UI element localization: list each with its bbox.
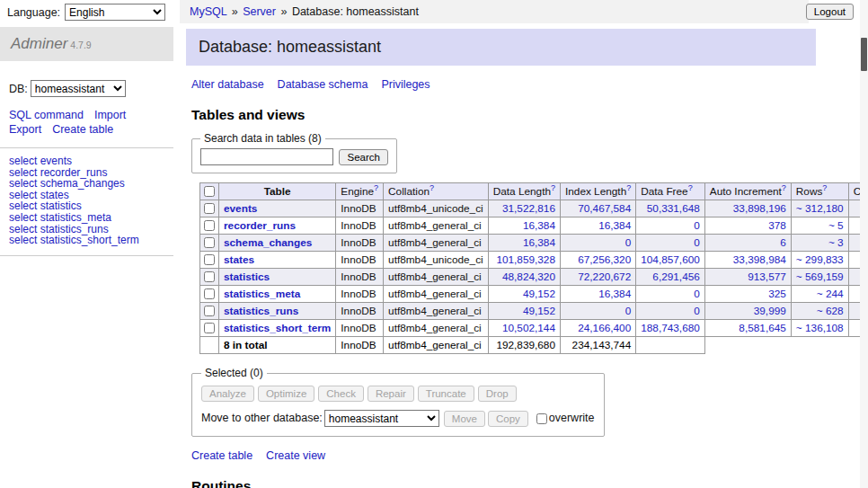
rows-link[interactable]: ~ 569,159	[796, 271, 844, 283]
auto-increment-link[interactable]: 913,577	[748, 271, 786, 283]
table-name-link[interactable]: statistics	[224, 271, 270, 283]
search-input[interactable]	[200, 148, 333, 165]
data-length-link[interactable]: 16,384	[523, 236, 555, 249]
rows-link[interactable]: ~ 5	[828, 219, 844, 232]
sidebar-select-events[interactable]: select events	[9, 155, 164, 167]
auto-increment-link[interactable]: 33,398,984	[733, 253, 786, 266]
sql-command-link[interactable]: SQL command	[9, 109, 84, 121]
table-name-link[interactable]: statistics_meta	[224, 288, 300, 300]
table-name-link[interactable]: states	[224, 253, 254, 266]
data-length-link[interactable]: 49,152	[523, 305, 555, 317]
data-length-link[interactable]: 10,502,144	[502, 322, 555, 334]
data-length-link[interactable]: 48,824,320	[502, 271, 555, 283]
rows-link[interactable]: ~ 136,108	[796, 322, 844, 334]
data-free-link[interactable]: 6,291,456	[652, 271, 699, 283]
index-length-link[interactable]: 0	[625, 305, 632, 317]
db-select[interactable]: homeassistant	[31, 80, 126, 97]
auto-increment-link[interactable]: 39,999	[754, 305, 786, 317]
import-link[interactable]: Import	[94, 109, 126, 121]
create-table-link-sidebar[interactable]: Create table	[52, 123, 113, 136]
index-length-link[interactable]: 16,384	[598, 219, 631, 232]
index-length-link[interactable]: 72,220,672	[578, 271, 631, 283]
auto-increment-link[interactable]: 33,898,196	[733, 202, 786, 215]
truncate-button[interactable]: Truncate	[418, 386, 474, 402]
row-checkbox[interactable]	[204, 288, 215, 299]
column-help-link[interactable]: ?	[782, 183, 786, 192]
data-free-link[interactable]: 50,331,648	[647, 202, 700, 215]
rows-link[interactable]: ~ 244	[817, 288, 844, 300]
check-button[interactable]: Check	[318, 386, 364, 402]
data-free-link[interactable]: 0	[694, 288, 700, 300]
column-help-link[interactable]: ?	[822, 183, 827, 192]
column-help-link[interactable]: ?	[688, 183, 693, 192]
rows-link[interactable]: ~ 628	[817, 305, 844, 317]
table-name-link[interactable]: statistics_runs	[224, 305, 298, 317]
create-table-link-main[interactable]: Create table	[191, 449, 252, 462]
move-db-select[interactable]: homeassistant	[324, 410, 439, 427]
row-checkbox[interactable]	[204, 220, 215, 231]
scrollbar[interactable]	[860, 0, 868, 488]
search-button[interactable]: Search	[339, 149, 387, 165]
export-link[interactable]: Export	[9, 123, 41, 136]
auto-increment-link[interactable]: 6	[780, 236, 786, 249]
table-name-link[interactable]: recorder_runs	[224, 219, 296, 232]
auto-increment-link[interactable]: 378	[768, 219, 786, 232]
data-free-link[interactable]: 0	[694, 236, 700, 249]
sidebar-select-schema_changes[interactable]: select schema_changes	[9, 178, 164, 190]
row-checkbox[interactable]	[204, 323, 215, 333]
data-free-link[interactable]: 0	[694, 219, 700, 232]
breadcrumb-link-server[interactable]: Server	[243, 5, 276, 18]
row-checkbox[interactable]	[204, 237, 215, 248]
copy-button[interactable]: Copy	[488, 411, 528, 427]
alter-database-link[interactable]: Alter database	[191, 78, 264, 91]
auto-increment-link[interactable]: 8,581,645	[739, 322, 785, 334]
index-length-link[interactable]: 16,384	[598, 288, 631, 300]
row-select-cell	[200, 320, 219, 337]
table-name-link[interactable]: statistics_short_term	[224, 322, 331, 334]
overwrite-checkbox[interactable]	[536, 413, 547, 424]
column-help-link[interactable]: ?	[551, 183, 555, 192]
row-checkbox[interactable]	[204, 203, 215, 214]
language-select[interactable]: English	[65, 4, 165, 21]
index-length-link[interactable]: 24,166,400	[578, 322, 631, 334]
table-name-link[interactable]: events	[224, 202, 257, 215]
drop-button[interactable]: Drop	[478, 386, 517, 402]
data-free-link[interactable]: 188,743,680	[641, 322, 700, 334]
rows-link[interactable]: ~ 312,180	[796, 202, 844, 215]
index-length-link[interactable]: 67,256,320	[578, 253, 631, 266]
row-checkbox[interactable]	[204, 271, 215, 282]
rows-link[interactable]: ~ 3	[828, 236, 844, 249]
analyze-button[interactable]: Analyze	[201, 386, 254, 402]
sidebar-select-statistics_short_term[interactable]: select statistics_short_term	[9, 235, 164, 246]
data-free-link[interactable]: 104,857,600	[641, 253, 700, 266]
privileges-link[interactable]: Privileges	[381, 78, 430, 91]
data-length-link[interactable]: 16,384	[523, 219, 555, 232]
column-help-link[interactable]: ?	[626, 183, 631, 192]
tables-table: TableEngine?Collation?Data Length?Index …	[199, 182, 868, 354]
row-checkbox[interactable]	[204, 254, 215, 265]
index-length-link[interactable]: 0	[625, 236, 632, 249]
sidebar-select-statistics_meta[interactable]: select statistics_meta	[9, 212, 164, 224]
index-length-link[interactable]: 70,467,584	[578, 202, 631, 215]
rows-link[interactable]: ~ 299,833	[796, 253, 844, 266]
column-help-link[interactable]: ?	[374, 183, 378, 192]
breadcrumb-link-mysql[interactable]: MySQL	[190, 5, 226, 18]
data-length-link[interactable]: 101,859,328	[496, 253, 555, 266]
logout-button[interactable]: Logout	[806, 4, 854, 20]
data-free-link[interactable]: 0	[694, 305, 700, 317]
scrollbar-thumb[interactable]	[861, 38, 867, 71]
adminer-logo-link[interactable]: Adminer	[11, 35, 67, 52]
create-view-link[interactable]: Create view	[266, 449, 325, 462]
repair-button[interactable]: Repair	[368, 386, 414, 402]
column-help-link[interactable]: ?	[430, 183, 434, 192]
table-name-link[interactable]: schema_changes	[224, 236, 312, 249]
select-all-checkbox[interactable]	[204, 186, 215, 197]
data-length-link[interactable]: 31,522,816	[502, 202, 555, 215]
breadcrumb-separator: »	[232, 5, 238, 18]
database-schema-link[interactable]: Database schema	[278, 78, 368, 91]
move-button[interactable]: Move	[444, 411, 485, 427]
data-length-link[interactable]: 49,152	[523, 288, 555, 300]
optimize-button[interactable]: Optimize	[258, 386, 314, 402]
auto-increment-link[interactable]: 325	[768, 288, 786, 300]
row-checkbox[interactable]	[204, 306, 215, 316]
